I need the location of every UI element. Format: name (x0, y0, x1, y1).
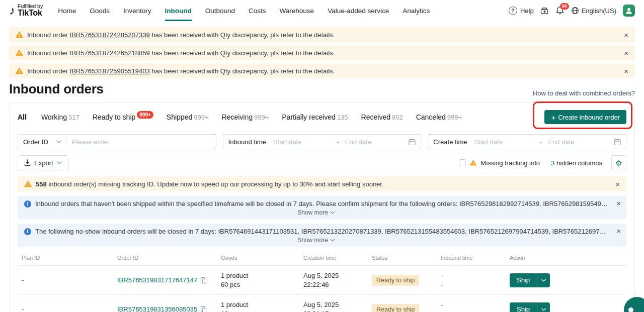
col-plan-id: Plan ID (22, 255, 117, 261)
missing-tracking-checkbox[interactable] (459, 159, 466, 166)
order-id-link[interactable]: IBR5765318724285207339 (70, 31, 150, 39)
nav-warehouse[interactable]: Warehouse (280, 0, 314, 21)
calendar-icon (409, 138, 416, 146)
status-cell: Ready to ship (372, 275, 441, 286)
create-time-filter[interactable]: Create time Start date - End date (428, 134, 626, 149)
order-id-link[interactable]: IBR5765319831356085035 (117, 305, 197, 312)
close-icon[interactable]: × (624, 31, 628, 39)
copy-icon[interactable] (200, 306, 207, 312)
brand-logo[interactable]: ♪ Fulfilled by TikTok (9, 0, 43, 21)
col-goods: Goods (221, 255, 303, 261)
warning-icon (16, 49, 23, 56)
help-link[interactable]: Help (520, 7, 534, 15)
divider (66, 138, 67, 146)
download-icon (24, 159, 31, 166)
order-id-link[interactable]: IBR5765318724265218859 (70, 49, 150, 57)
warning-icon (16, 31, 23, 38)
inbound-start-date-field[interactable]: Start date (273, 138, 337, 146)
tiktok-note-icon: ♪ (9, 5, 15, 17)
banner-text: 558 inbound order(s) missing tracking ID… (36, 180, 384, 188)
order-id-input[interactable] (72, 138, 211, 146)
alert-text: Inbound order IBR5765318724265218859 has… (27, 49, 335, 57)
tab-ready-to-ship[interactable]: Ready to ship999+ (93, 113, 153, 121)
ship-button[interactable]: Ship (510, 273, 537, 287)
banner-text: Inbound orders that haven't been shipped… (35, 200, 608, 207)
alert-text: Inbound order IBR5765318724285207339 has… (27, 31, 335, 39)
create-end-date-field[interactable]: End date (548, 138, 614, 146)
avatar[interactable] (623, 5, 635, 17)
ship-dropdown-button[interactable] (537, 273, 550, 287)
order-id-select[interactable]: Order ID (23, 138, 61, 146)
nav-goods[interactable]: Goods (90, 0, 110, 21)
inbound-time-cell: -- (441, 271, 510, 289)
language-icon (571, 7, 579, 15)
nav-value-added-service[interactable]: Value-added service (328, 0, 389, 21)
table-toolbar: Export Missing tracking info 3 hidden co… (18, 155, 626, 170)
language-label: English(US) (582, 7, 616, 15)
warning-icon (16, 67, 23, 74)
combined-orders-help-link[interactable]: How to deal with combined orders? (533, 89, 635, 97)
copy-icon[interactable] (200, 277, 207, 284)
package-tasks-icon[interactable] (540, 7, 549, 15)
orders-table: Plan ID Order ID Goods Creation time Sta… (18, 252, 626, 312)
close-icon[interactable]: × (616, 227, 621, 235)
tab-received[interactable]: Received802 (361, 113, 403, 121)
goods-cell: 1 product60 pcs (221, 271, 303, 289)
ship-dropdown-button[interactable] (537, 302, 550, 312)
main-nav: Home Goods Inventory Inbound Outbound Co… (58, 0, 430, 21)
status-cell: Ready to ship (372, 304, 441, 312)
help-question-icon[interactable]: ? (509, 7, 517, 15)
create-start-date-field[interactable]: Start date (474, 138, 540, 146)
inbound-end-date-field[interactable]: End date (345, 138, 409, 146)
tab-receiving[interactable]: Receiving999+ (222, 113, 269, 121)
discrepancy-alert-3: Inbound order IBR5765318725905519403 has… (9, 63, 635, 78)
notification-badge: 68 (560, 3, 569, 10)
show-more-button[interactable]: Show more (24, 209, 608, 216)
count-badge: 999+ (137, 111, 153, 119)
nav-home[interactable]: Home (58, 0, 76, 21)
col-order-id: Order ID (117, 255, 221, 261)
inbound-orders-card: All Working517 Ready to ship999+ Shipped… (9, 102, 635, 312)
status-tabs: All Working517 Ready to ship999+ Shipped… (18, 113, 462, 121)
close-icon[interactable]: × (624, 67, 628, 75)
top-navigation-bar: ♪ Fulfilled by TikTok Home Goods Invento… (0, 0, 644, 21)
action-cell: Ship (510, 273, 622, 287)
closing-orders-banner: i Inbound orders that haven't been shipp… (18, 196, 626, 219)
discrepancy-alert-2: Inbound order IBR5765318724265218859 has… (9, 45, 635, 60)
creation-time-cell: Aug 5, 202522:22:46 (303, 271, 372, 289)
support-icon (628, 307, 633, 312)
nav-inbound[interactable]: Inbound (165, 0, 192, 21)
close-icon[interactable]: × (624, 49, 628, 57)
order-id-cell: IBR5765319831717647147 (117, 276, 221, 284)
tab-shipped[interactable]: Shipped999+ (167, 113, 209, 121)
nav-costs[interactable]: Costs (249, 0, 266, 21)
order-id-link[interactable]: IBR5765318725905519403 (70, 67, 150, 75)
tab-canceled[interactable]: Canceled999+ (416, 113, 462, 121)
language-selector[interactable]: English(US) (571, 7, 616, 15)
nav-outbound[interactable]: Outbound (205, 0, 235, 21)
col-action: Action (510, 255, 622, 261)
chevron-down-icon (56, 140, 61, 143)
notifications-button[interactable]: 68 (555, 6, 565, 15)
nav-inventory[interactable]: Inventory (123, 0, 151, 21)
info-icon: i (24, 200, 31, 207)
create-inbound-order-button[interactable]: + Create inbound order (544, 110, 626, 124)
order-id-link[interactable]: IBR5765319831717647147 (117, 276, 197, 284)
inbound-time-filter[interactable]: Inbound time Start date - End date (223, 134, 422, 149)
chevron-down-icon (541, 308, 546, 311)
chevron-down-icon (57, 161, 62, 164)
column-settings-button[interactable]: ⚙ (611, 155, 626, 170)
show-more-button[interactable]: Show more (24, 237, 608, 244)
export-button[interactable]: Export (18, 155, 68, 170)
user-icon (624, 6, 633, 15)
nav-analytics[interactable]: Analytics (403, 0, 430, 21)
ship-button[interactable]: Ship (510, 302, 537, 312)
no-show-orders-banner: i The following no-show inbound orders w… (18, 224, 626, 247)
tab-working[interactable]: Working517 (41, 113, 79, 121)
tab-partially-received[interactable]: Partially received135 (282, 113, 348, 121)
close-icon[interactable]: × (616, 199, 621, 207)
close-icon[interactable]: × (615, 180, 620, 188)
chevron-down-icon (330, 239, 335, 242)
tab-all[interactable]: All (18, 113, 28, 121)
alerts-section: Inbound order IBR5765318724285207339 has… (0, 27, 644, 78)
